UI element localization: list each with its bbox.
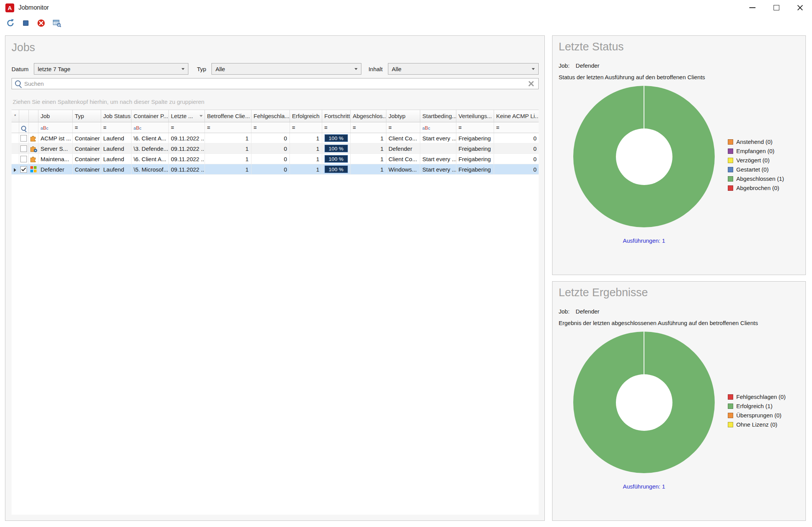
column-header-erfolgreich[interactable]: Erfolgreich xyxy=(290,110,322,122)
datum-label: Datum xyxy=(12,66,28,72)
jobs-table-area: *JobTypJob StatusContainer P...Letzte ..… xyxy=(12,110,539,515)
refresh-button[interactable] xyxy=(5,17,16,29)
column-header-label: Jobtyp xyxy=(389,113,406,119)
app-logo: A xyxy=(5,3,14,12)
inhalt-dropdown[interactable]: Alle xyxy=(388,63,539,75)
typ-label: Typ xyxy=(197,66,206,72)
column-header-keine_lizenz[interactable]: Keine ACMP Li... xyxy=(494,110,539,122)
startbedingung-cell: Start every ... xyxy=(420,133,456,143)
table-row[interactable]: Server S...ContainerLaufend\3. Defende..… xyxy=(12,143,539,154)
column-header-typ[interactable]: Typ xyxy=(72,110,101,122)
job-log-icon xyxy=(52,18,62,28)
erfolgreich-cell: 1 xyxy=(290,164,322,175)
fehlgeschlagen-cell: 0 xyxy=(251,164,290,175)
row-checkbox[interactable] xyxy=(20,145,27,152)
filter-cell-select[interactable] xyxy=(19,122,28,133)
search-filter-icon xyxy=(21,126,26,131)
chevron-down-icon xyxy=(354,68,358,70)
jobs-panel-title: Jobs xyxy=(12,41,539,54)
column-header-letzte[interactable]: Letzte ... xyxy=(168,110,205,122)
column-header-fehlgeschlagen[interactable]: Fehlgeschla... xyxy=(251,110,290,122)
jobtyp-cell: Defender xyxy=(386,143,420,154)
stop-button[interactable] xyxy=(20,17,32,29)
column-header-fortschritt[interactable]: Fortschritt xyxy=(322,110,350,122)
filter-cell-job[interactable]: aBc xyxy=(38,122,72,133)
table-filter-row: aBc==aBc=======aBc== xyxy=(12,122,539,133)
maximize-button[interactable] xyxy=(764,0,788,15)
row-checkbox[interactable] xyxy=(20,156,27,162)
column-header-abgeschlossen[interactable]: Abgeschlos... xyxy=(350,110,386,122)
column-header-startbedingung[interactable]: Startbeding... xyxy=(420,110,456,122)
letzte-cell: 09.11.2022 ... xyxy=(168,143,205,154)
column-header-job_status[interactable]: Job Status xyxy=(101,110,131,122)
equals-filter-icon: = xyxy=(75,125,78,131)
ausfuehrungen-link[interactable]: Ausführungen: 1 xyxy=(623,237,665,244)
legend-label: Abgebrochen (0) xyxy=(736,185,779,191)
column-header-jobtyp[interactable]: Jobtyp xyxy=(386,110,420,122)
inhalt-label: Inhalt xyxy=(368,66,383,72)
search-input[interactable] xyxy=(12,78,539,89)
column-header-label: Erfolgreich xyxy=(292,113,320,119)
table-row[interactable]: DefenderContainerLaufend\5. Microsof...0… xyxy=(12,164,539,175)
equals-filter-icon: = xyxy=(459,125,462,131)
filter-cell-erfolgreich[interactable]: = xyxy=(290,122,322,133)
cancel-button[interactable] xyxy=(35,17,47,29)
minimize-button[interactable] xyxy=(740,0,764,15)
legend-item: Abgebrochen (0) xyxy=(728,185,784,191)
filter-cell-startbedingung[interactable]: aBc xyxy=(420,122,456,133)
equals-filter-icon: = xyxy=(353,125,356,131)
clear-search-icon[interactable] xyxy=(527,80,535,87)
filter-cell-typ[interactable]: = xyxy=(72,122,101,133)
table-row[interactable]: Maintena...ContainerLaufend\6. Client A.… xyxy=(12,154,539,164)
betroffene-cell: 1 xyxy=(205,154,251,164)
filter-cell-fortschritt[interactable]: = xyxy=(322,122,350,133)
fortschritt-cell: 100 % xyxy=(322,164,350,175)
job-label: Job: xyxy=(559,308,569,315)
verteilung-cell: Freigabering xyxy=(456,133,494,143)
progress-bar: 100 % xyxy=(324,134,348,142)
fehlgeschlagen-cell: 0 xyxy=(251,154,290,164)
container-cell: \5. Microsof... xyxy=(131,164,168,175)
progress-label: 100 % xyxy=(329,156,343,162)
row-checkbox[interactable] xyxy=(20,135,27,142)
legend-item: Gestartet (0) xyxy=(728,166,784,173)
abgeschlossen-cell: 1 xyxy=(350,133,386,143)
job-cell: Maintena... xyxy=(38,154,72,164)
filter-cell-job_status[interactable]: = xyxy=(101,122,131,133)
row-checkbox[interactable] xyxy=(20,166,27,173)
job_status-cell: Laufend xyxy=(101,143,131,154)
job-log-button[interactable] xyxy=(51,17,62,29)
equals-filter-icon: = xyxy=(103,125,106,131)
typ-cell: Container xyxy=(72,164,101,175)
filter-cell-abgeschlossen[interactable]: = xyxy=(350,122,386,133)
toolbar xyxy=(0,15,812,31)
filter-cell-icon[interactable] xyxy=(28,122,38,133)
maximize-icon xyxy=(774,5,779,10)
column-header-verteilung[interactable]: Verteilungs... xyxy=(456,110,494,122)
status-donut-wrap: Ausführungen: 1 xyxy=(573,86,715,244)
close-button[interactable] xyxy=(788,0,812,15)
row-indicator-cell xyxy=(12,143,19,154)
row-icon-cell xyxy=(28,133,38,143)
filter-cell-fehlgeschlagen[interactable]: = xyxy=(251,122,290,133)
column-header-betroffene[interactable]: Betroffene Clie... xyxy=(205,110,251,122)
typ-dropdown[interactable]: Alle xyxy=(211,63,361,75)
progress-label: 100 % xyxy=(329,146,343,152)
erfolgreich-cell: 1 xyxy=(290,143,322,154)
filter-cell-container[interactable]: aBc xyxy=(131,122,168,133)
column-header-job[interactable]: Job xyxy=(38,110,72,122)
table-row[interactable]: ACMP ist ...ContainerLaufend\6. Client A… xyxy=(12,133,539,143)
abgeschlossen-cell: 1 xyxy=(350,164,386,175)
filter-cell-verteilung[interactable]: = xyxy=(456,122,494,133)
legend-label: Anstehend (0) xyxy=(736,138,772,145)
column-header-container[interactable]: Container P... xyxy=(131,110,168,122)
filter-cell-keine_lizenz[interactable]: = xyxy=(494,122,539,133)
filter-cell-betroffene[interactable]: = xyxy=(205,122,251,133)
filter-cell-jobtyp[interactable]: = xyxy=(386,122,420,133)
ausfuehrungen-link[interactable]: Ausführungen: 1 xyxy=(623,483,665,490)
column-header-label: Verteilungs... xyxy=(459,113,492,119)
datum-dropdown[interactable]: letzte 7 Tage xyxy=(34,63,188,75)
filter-cell-letzte[interactable]: = xyxy=(168,122,205,133)
row-select-cell xyxy=(19,143,28,154)
results-job-line: Job: Defender xyxy=(559,308,799,315)
